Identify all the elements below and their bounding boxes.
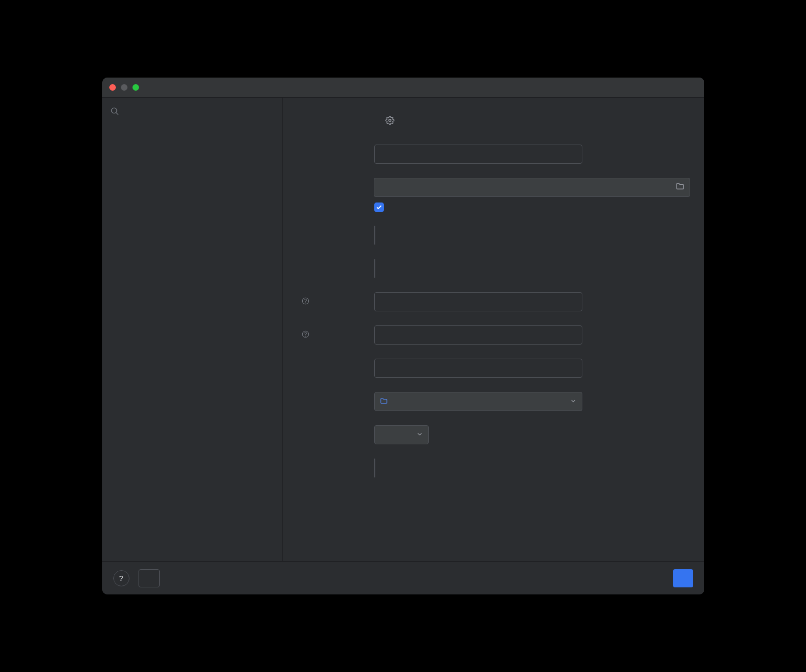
footer: ? [102, 561, 704, 594]
jdk-folder-icon [380, 397, 388, 407]
folder-icon[interactable] [676, 182, 685, 193]
git-checkbox[interactable] [374, 203, 384, 212]
chevron-down-icon [570, 397, 577, 406]
java-dropdown[interactable] [374, 425, 429, 444]
chevron-down-icon [416, 431, 423, 439]
search-row[interactable] [102, 101, 282, 123]
next-button[interactable] [673, 569, 693, 587]
packaging-segmented [374, 458, 375, 478]
artifact-input[interactable] [374, 325, 582, 345]
language-segmented [374, 226, 375, 245]
sidebar [102, 98, 283, 561]
svg-point-2 [388, 119, 391, 121]
type-segmented [374, 259, 375, 278]
name-input[interactable] [374, 145, 582, 164]
new-project-window: ? [102, 78, 704, 594]
close-window-icon[interactable] [109, 84, 116, 91]
search-icon [110, 107, 119, 117]
svg-point-4 [305, 302, 306, 303]
group-label [298, 297, 374, 307]
svg-point-0 [111, 108, 117, 113]
maximize-window-icon[interactable] [132, 84, 139, 91]
help-button[interactable]: ? [113, 570, 129, 586]
help-icon[interactable] [302, 331, 309, 340]
minimize-window-icon[interactable] [121, 84, 127, 91]
artifact-label [298, 330, 374, 340]
jdk-dropdown[interactable] [374, 392, 582, 411]
package-input[interactable] [374, 359, 582, 378]
form-panel [283, 98, 704, 561]
group-input[interactable] [374, 292, 582, 311]
location-input[interactable] [374, 178, 690, 197]
titlebar [102, 78, 704, 98]
generators-label [102, 123, 282, 133]
svg-point-6 [305, 335, 306, 336]
gear-icon[interactable] [385, 116, 394, 126]
cancel-button[interactable] [139, 569, 160, 587]
help-icon[interactable] [302, 298, 309, 306]
window-controls [109, 84, 139, 91]
svg-line-1 [116, 112, 118, 115]
